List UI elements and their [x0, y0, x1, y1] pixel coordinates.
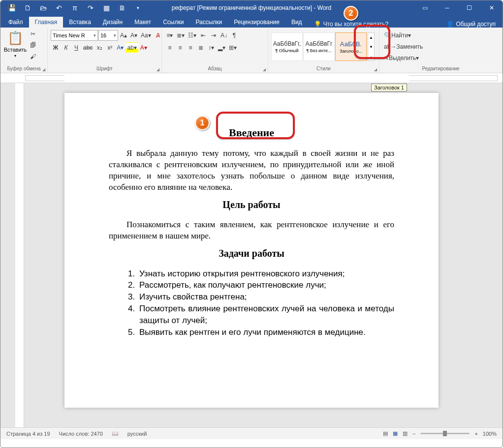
indent-left-icon[interactable]: ⇤ [198, 30, 208, 41]
document-page[interactable]: 1 Введение Я выбрала данную тему потому,… [64, 93, 439, 408]
replace-button[interactable]: ab→ Заменить [382, 41, 426, 52]
status-proofing-icon[interactable]: 📖 [112, 430, 119, 437]
tab-layout[interactable]: Макет [128, 17, 157, 28]
font-dialog-launcher[interactable]: ◢ [157, 67, 159, 72]
shrink-font-icon[interactable]: A▾ [129, 30, 139, 41]
clear-format-icon[interactable]: A̷ [153, 30, 163, 41]
group-clipboard-label: Буфер обмена [3, 65, 44, 73]
doc-heading-intro[interactable]: Введение [109, 126, 394, 139]
justify-icon[interactable]: ≣ [196, 42, 206, 53]
italic-button[interactable]: К [61, 42, 71, 53]
style-heading1[interactable]: АаБбВ. Заголово... [335, 32, 367, 61]
sort-icon[interactable]: A↓ [219, 30, 229, 41]
zoom-slider[interactable] [420, 433, 470, 434]
table-icon[interactable]: ▦ [99, 0, 114, 15]
change-case-icon[interactable]: Aa▾ [139, 30, 153, 41]
tab-view[interactable]: Вид [285, 17, 308, 28]
tab-review[interactable]: Рецензирование [228, 17, 285, 28]
chevron-down-icon[interactable]: ▼ [368, 45, 374, 49]
formula-icon[interactable]: π [67, 0, 82, 15]
font-color-icon[interactable]: A▾ [139, 42, 149, 53]
style-normal[interactable]: АаБбВвГг, ¶ Обычный [271, 32, 303, 61]
view-web-icon[interactable]: ▥ [403, 430, 408, 437]
zoom-out-icon[interactable]: − [412, 431, 415, 437]
bold-button[interactable]: Ж [51, 42, 61, 53]
align-right-icon[interactable]: ≡ [186, 42, 195, 53]
maximize-icon[interactable]: ☐ [458, 0, 480, 15]
list-item[interactable]: Изучить свойства рентгена; [137, 291, 394, 303]
align-left-icon[interactable]: ≡ [165, 42, 175, 53]
font-name-combo[interactable]: Times New R▾ [51, 30, 98, 41]
shading-icon[interactable]: ▂▾ [217, 42, 227, 53]
ribbon-options-icon[interactable]: ▭ [414, 0, 436, 15]
tab-mailings[interactable]: Рассылки [189, 17, 228, 28]
borders-icon[interactable]: ⊞▾ [227, 42, 238, 53]
grow-font-icon[interactable]: A▴ [119, 30, 128, 41]
tab-file[interactable]: Файл [2, 17, 29, 28]
view-print-icon[interactable]: ▦ [393, 430, 398, 437]
undo-icon[interactable]: ↶ [52, 0, 66, 15]
strike-icon[interactable]: abc [82, 42, 94, 53]
align-center-icon[interactable]: ≡ [175, 42, 185, 53]
qat-more-icon[interactable]: ▾ [130, 0, 145, 15]
select-button[interactable]: ↖ Выделить ▾ [382, 53, 426, 63]
vertical-ruler[interactable] [15, 83, 24, 427]
tab-home[interactable]: Главная [29, 17, 63, 28]
redo-icon[interactable]: ↷ [83, 0, 98, 15]
underline-button[interactable]: Ч [71, 42, 81, 53]
doc-heading-tasks[interactable]: Задачи работы [109, 248, 394, 259]
chevron-up-icon[interactable]: ▲ [368, 35, 374, 40]
cut-icon[interactable]: ✂ [28, 29, 38, 39]
superscript-icon[interactable]: x² [105, 42, 115, 53]
view-read-icon[interactable]: ▤ [383, 430, 388, 437]
indent-right-icon[interactable]: ⇥ [209, 30, 219, 41]
share-button[interactable]: 👤 Общий доступ [446, 21, 496, 28]
highlight-icon[interactable]: ab▾ [126, 42, 138, 53]
style-no-spacing[interactable]: АаБбВвГг ¶ Без инте... [303, 32, 335, 61]
subscript-icon[interactable]: x₂ [94, 42, 104, 53]
doc-paragraph[interactable]: Я выбрала данную тему потому, что каждый… [109, 148, 394, 193]
list-item[interactable]: Рассмотреть, как получают рентгеновские … [137, 279, 394, 291]
text-effects-icon[interactable]: A▾ [115, 42, 125, 53]
line-spacing-icon[interactable]: ↕▾ [206, 42, 216, 53]
group-editing-label: Редактирование [382, 65, 499, 73]
numbering-icon[interactable]: ≣▾ [175, 30, 186, 41]
list-item[interactable]: Узнать историю открытия рентгеновского и… [137, 268, 394, 280]
status-language[interactable]: русский [127, 431, 147, 437]
badge-2: 2 [344, 6, 358, 21]
save-icon[interactable]: 💾 [4, 0, 19, 15]
status-page[interactable]: Страница 4 из 19 [6, 431, 50, 437]
horizontal-ruler[interactable] [0, 73, 503, 83]
tell-me-search[interactable]: 💡 Что вы хотите сделать? [314, 21, 389, 28]
bullets-icon[interactable]: ≡▾ [165, 30, 175, 41]
styles-dialog-launcher[interactable]: ◢ [374, 67, 377, 72]
zoom-level[interactable]: 100% [483, 431, 497, 437]
document-area[interactable]: 1 Введение Я выбрала данную тему потому,… [0, 83, 503, 427]
page-icon[interactable]: 🗎 [115, 0, 129, 15]
list-item[interactable]: Выявить как рентген и его лучи применяют… [137, 327, 394, 338]
format-painter-icon[interactable]: 🖌 [28, 51, 38, 62]
paste-button[interactable]: 📋 Вставить ▾ [3, 29, 27, 58]
tab-insert[interactable]: Вставка [63, 17, 97, 28]
open-icon[interactable]: 🗁 [36, 0, 51, 15]
multilevel-icon[interactable]: ☷▾ [187, 30, 198, 41]
styles-more-icon[interactable]: ⌄ [368, 54, 374, 59]
doc-paragraph[interactable]: Познакомиться с таким явлением, как рент… [109, 219, 394, 242]
tab-design[interactable]: Дизайн [97, 17, 128, 28]
doc-heading-goal[interactable]: Цель работы [109, 199, 394, 210]
tab-references[interactable]: Ссылки [157, 17, 189, 28]
status-words[interactable]: Число слов: 2470 [59, 431, 103, 437]
font-size-combo[interactable]: 16▾ [98, 30, 118, 41]
paragraph-dialog-launcher[interactable]: ◢ [263, 67, 266, 72]
find-button[interactable]: 🔍 Найти ▾ [382, 30, 426, 41]
list-item[interactable]: Посмотреть влияние рентгеновских лучей н… [137, 303, 394, 327]
close-icon[interactable]: ✕ [480, 0, 503, 15]
minimize-icon[interactable]: ─ [436, 0, 458, 15]
copy-icon[interactable]: 🗐 [28, 40, 38, 51]
styles-gallery-scroll[interactable]: ▲ ▼ ⌄ [368, 32, 375, 61]
show-marks-icon[interactable]: ¶ [229, 30, 239, 41]
zoom-in-icon[interactable]: + [474, 431, 477, 437]
doc-task-list[interactable]: Узнать историю открытия рентгеновского и… [126, 268, 394, 338]
clipboard-dialog-launcher[interactable]: ◢ [42, 67, 45, 72]
new-doc-icon[interactable]: 🗋 [20, 0, 35, 15]
